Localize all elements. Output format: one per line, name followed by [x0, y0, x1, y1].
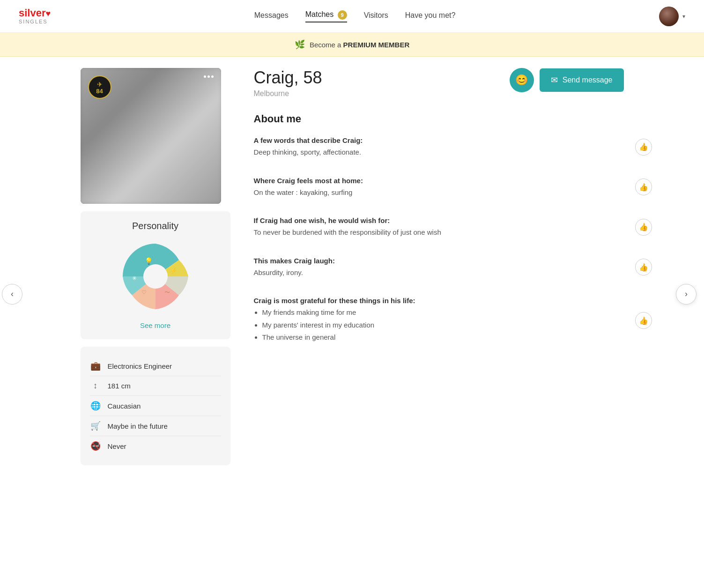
score-number: 84 [96, 88, 103, 94]
profile-header: Craig, 58 Melbourne 😊 ✉ Send message [254, 68, 624, 98]
qa-item-0: A few words that describe Craig: Deep th… [254, 136, 624, 158]
children-label: Maybe in the future [108, 422, 168, 430]
like-button-3[interactable]: 👍 [635, 259, 652, 275]
nav-prev-arrow[interactable]: ‹ [2, 284, 22, 305]
qa-answer-0: Deep thinking, sporty, affectionate. [254, 147, 624, 158]
dot-1 [204, 75, 206, 78]
header-right: ▾ [659, 7, 685, 26]
main-nav: Messages Matches 9 Visitors Have you met… [254, 10, 456, 22]
photo-dots [204, 75, 214, 78]
header: silver♥ SINGLES Messages Matches 9 Visit… [0, 0, 704, 33]
avatar[interactable] [659, 7, 679, 26]
qa-question-0: A few words that describe Craig: [254, 136, 624, 144]
qa-item-3: This makes Craig laugh: Absurdity, irony… [254, 257, 624, 278]
score-badge: ✈ 84 [88, 75, 111, 99]
qa-content-3: This makes Craig laugh: Absurdity, irony… [254, 257, 624, 278]
score-icon: ✈ [97, 81, 103, 88]
detail-ethnicity: 🌐 Caucasian [90, 396, 221, 416]
qa-answer-1: On the water : kayaking, surfing [254, 187, 624, 198]
see-more-link[interactable]: See more [140, 321, 170, 329]
like-button-1[interactable]: 👍 [635, 179, 652, 195]
detail-height: ↕ 181 cm [90, 376, 221, 396]
children-icon: 🛒 [90, 421, 101, 431]
profile-actions: 😊 ✉ Send message [510, 68, 624, 92]
profile-name: Craig, 58 [254, 68, 322, 88]
ethnicity-icon: 🌐 [90, 401, 101, 411]
details-card: 💼 Electronics Engineer ↕ 181 cm 🌐 Caucas… [81, 347, 230, 465]
qa-answer-3: Absurdity, irony. [254, 268, 624, 278]
detail-smoking: 🚭 Never [90, 436, 221, 456]
height-icon: ↕ [90, 381, 101, 391]
job-icon: 💼 [90, 361, 101, 371]
qa-item-2: If Craig had one wish, he would wish for… [254, 216, 624, 238]
logo-text: silver [19, 7, 46, 19]
personality-title: Personality [90, 221, 221, 231]
nav-messages[interactable]: Messages [254, 11, 289, 22]
premium-banner[interactable]: 🌿 Become a PREMIUM MEMBER [0, 33, 704, 57]
qa-question-2: If Craig had one wish, he would wish for… [254, 216, 624, 224]
avatar-image [659, 7, 679, 26]
send-message-button[interactable]: ✉ Send message [540, 68, 624, 92]
job-label: Electronics Engineer [108, 362, 172, 370]
qa-answer-4: My friends making time for me My parents… [254, 307, 624, 343]
nav-next-arrow[interactable]: › [676, 284, 697, 305]
gratitude-list: My friends making time for me My parents… [254, 307, 624, 343]
smoking-icon: 🚭 [90, 441, 101, 451]
about-section: About me A few words that describe Craig… [254, 113, 624, 345]
qa-answer-2: To never be burdened with the responsibi… [254, 227, 624, 238]
matches-badge: 9 [338, 10, 347, 20]
profile-location: Melbourne [254, 89, 322, 98]
pie-chart: 💡 ⚡ ♡ 〜 ✳ [118, 239, 193, 314]
chevron-down-icon[interactable]: ▾ [682, 13, 685, 20]
gratitude-item-1: My parents' interest in my education [262, 320, 624, 331]
like-button-2[interactable]: 👍 [635, 219, 652, 236]
pie-icon-5: ✳ [132, 275, 137, 282]
logo: silver♥ SINGLES [19, 8, 51, 24]
premium-cta: PREMIUM MEMBER [343, 41, 410, 49]
qa-question-1: Where Craig feels most at home: [254, 177, 624, 185]
qa-question-4: Craig is most grateful for these things … [254, 297, 624, 305]
qa-question-3: This makes Craig laugh: [254, 257, 624, 265]
like-button-4[interactable]: 👍 [635, 312, 652, 329]
pie-icon-2: ⚡ [170, 267, 177, 274]
detail-job: 💼 Electronics Engineer [90, 356, 221, 376]
nav-visitors[interactable]: Visitors [364, 11, 388, 22]
emoji-button[interactable]: 😊 [510, 68, 534, 92]
qa-content-4: Craig is most grateful for these things … [254, 297, 624, 345]
message-icon: ✉ [551, 75, 558, 85]
premium-icon: 🌿 [295, 40, 305, 49]
personality-card: Personality [81, 211, 230, 339]
pie-center [143, 264, 168, 289]
about-title: About me [254, 113, 624, 125]
gratitude-item-2: The universe in general [262, 332, 624, 343]
main-container: ✈ 84 Personality [71, 57, 633, 476]
logo-heart: ♥ [46, 9, 51, 18]
like-button-0[interactable]: 👍 [635, 139, 652, 156]
dot-3 [211, 75, 214, 78]
gratitude-item-0: My friends making time for me [262, 307, 624, 318]
premium-text: Become a PREMIUM MEMBER [310, 41, 409, 49]
profile-info: Craig, 58 Melbourne [254, 68, 322, 98]
height-label: 181 cm [108, 382, 131, 390]
logo-sub: SINGLES [19, 19, 51, 24]
qa-item-4: Craig is most grateful for these things … [254, 297, 624, 345]
qa-content-0: A few words that describe Craig: Deep th… [254, 136, 624, 158]
profile-photo: ✈ 84 [81, 68, 221, 204]
emoji-icon: 😊 [515, 74, 528, 86]
qa-content-1: Where Craig feels most at home: On the w… [254, 177, 624, 198]
pie-icon-1: 💡 [144, 257, 153, 265]
nav-have-you-met[interactable]: Have you met? [405, 11, 456, 22]
ethnicity-label: Caucasian [108, 402, 141, 410]
dot-2 [207, 75, 210, 78]
personality-pie: 💡 ⚡ ♡ 〜 ✳ [118, 239, 193, 314]
pie-icon-4: 〜 [164, 289, 170, 296]
detail-children: 🛒 Maybe in the future [90, 416, 221, 436]
pie-icon-3: ♡ [141, 289, 146, 296]
qa-item-1: Where Craig feels most at home: On the w… [254, 177, 624, 198]
smoking-label: Never [108, 442, 126, 450]
send-message-label: Send message [563, 76, 613, 84]
nav-matches[interactable]: Matches 9 [305, 10, 347, 22]
left-panel: ✈ 84 Personality [81, 68, 230, 465]
qa-content-2: If Craig had one wish, he would wish for… [254, 216, 624, 238]
right-content: Craig, 58 Melbourne 😊 ✉ Send message Abo… [230, 68, 624, 465]
